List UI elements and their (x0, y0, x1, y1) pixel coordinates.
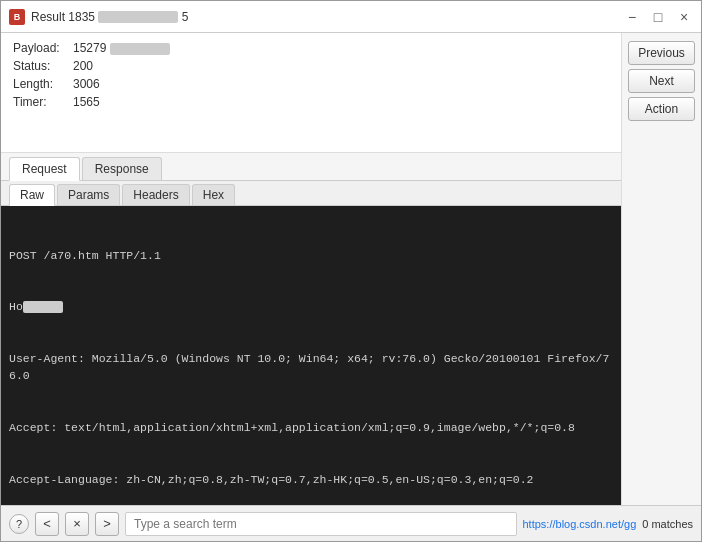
info-timer-row: Timer: 1565 (13, 95, 609, 109)
line-2: Ho (9, 298, 613, 315)
window-title: Result 1835 5 (31, 10, 617, 24)
info-status-row: Status: 200 (13, 59, 609, 73)
restore-button[interactable]: □ (649, 8, 667, 26)
payload-redact (110, 43, 170, 55)
length-label: Length: (13, 77, 73, 91)
close-button[interactable]: × (675, 8, 693, 26)
sub-tabs-section: Raw Params Headers Hex (1, 181, 621, 206)
window-controls: − □ × (623, 8, 693, 26)
main-panel: Payload: 15279 Status: 200 Length: 3006 … (1, 33, 621, 505)
content-area: Payload: 15279 Status: 200 Length: 3006 … (1, 33, 701, 505)
info-section: Payload: 15279 Status: 200 Length: 3006 … (1, 33, 621, 153)
next-button[interactable]: Next (628, 69, 695, 93)
timer-label: Timer: (13, 95, 73, 109)
payload-label: Payload: (13, 41, 73, 55)
request-content[interactable]: POST /a70.htm HTTP/1.1 Ho User-Agent: Mo… (1, 206, 621, 505)
title-bar: B Result 1835 5 − □ × (1, 1, 701, 33)
status-label: Status: (13, 59, 73, 73)
status-value: 200 (73, 59, 93, 73)
sub-tab-params[interactable]: Params (57, 184, 120, 205)
action-button[interactable]: Action (628, 97, 695, 121)
line-3: User-Agent: Mozilla/5.0 (Windows NT 10.0… (9, 350, 613, 385)
sub-tab-raw[interactable]: Raw (9, 184, 55, 206)
sub-tab-headers[interactable]: Headers (122, 184, 189, 205)
info-payload-row: Payload: 15279 (13, 41, 609, 55)
title-redact (98, 11, 178, 23)
nav-next-button[interactable]: > (95, 512, 119, 536)
payload-value: 15279 (73, 41, 170, 55)
host-redact (23, 301, 63, 313)
previous-button[interactable]: Previous (628, 41, 695, 65)
app-icon: B (9, 9, 25, 25)
help-button[interactable]: ? (9, 514, 29, 534)
minimize-button[interactable]: − (623, 8, 641, 26)
search-url: https://blog.csdn.net/gg (523, 518, 637, 530)
bottom-bar: ? < × > https://blog.csdn.net/gg 0 match… (1, 505, 701, 541)
info-length-row: Length: 3006 (13, 77, 609, 91)
main-tab-bar: Request Response (9, 153, 613, 180)
tab-request[interactable]: Request (9, 157, 80, 181)
tab-response[interactable]: Response (82, 157, 162, 180)
sub-tab-hex[interactable]: Hex (192, 184, 235, 205)
length-value: 3006 (73, 77, 100, 91)
search-input[interactable] (125, 512, 517, 536)
nav-prev-button[interactable]: < (35, 512, 59, 536)
line-5: Accept-Language: zh-CN,zh;q=0.8,zh-TW;q=… (9, 471, 613, 488)
nav-stop-button[interactable]: × (65, 512, 89, 536)
main-window: B Result 1835 5 − □ × Payload: 15279 (0, 0, 702, 542)
match-count: 0 matches (642, 518, 693, 530)
line-4: Accept: text/html,application/xhtml+xml,… (9, 419, 613, 436)
right-panel: Previous Next Action (621, 33, 701, 505)
sub-tab-bar: Raw Params Headers Hex (9, 181, 613, 205)
main-tabs-section: Request Response (1, 153, 621, 181)
timer-value: 1565 (73, 95, 100, 109)
line-1: POST /a70.htm HTTP/1.1 (9, 247, 613, 264)
